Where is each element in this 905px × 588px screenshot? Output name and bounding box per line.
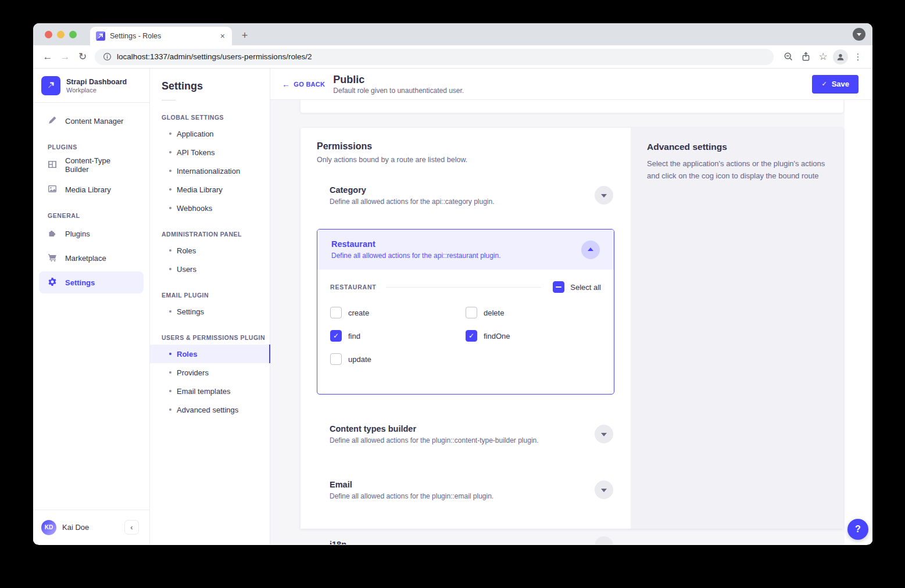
indeterminate-checkbox-icon[interactable] xyxy=(553,281,564,293)
subnav-item-internationalization[interactable]: Internationalization xyxy=(150,162,270,180)
collapse-sidebar-button[interactable]: ‹ xyxy=(124,520,139,535)
main-sidebar: Strapi Dashboard Workplace Content Manag… xyxy=(33,69,150,544)
accordion-restaurant-expanded: Restaurant Define all allowed actions fo… xyxy=(317,229,614,395)
checkbox-icon[interactable]: ✓ xyxy=(466,330,477,342)
strapi-favicon-icon xyxy=(96,31,105,41)
permission-checkbox-create[interactable]: ✓ create xyxy=(330,307,466,318)
browser-menu-icon[interactable]: ⋮ xyxy=(849,49,867,65)
collapse-restaurant-button[interactable] xyxy=(581,241,600,259)
subnav-item-webhooks[interactable]: Webhooks xyxy=(150,199,270,217)
page-title: Public xyxy=(333,74,464,85)
bullet-icon xyxy=(169,207,171,209)
bullet-icon xyxy=(169,310,171,313)
select-all-checkbox[interactable]: Select all xyxy=(553,281,601,293)
subnav-item-api-tokens[interactable]: API Tokens xyxy=(150,143,270,162)
checkbox-icon[interactable]: ✓ xyxy=(330,353,342,365)
page-subtitle: Default role given to unauthenticated us… xyxy=(333,87,464,95)
browser-window: Settings - Roles × + ← → ↻ localhost:133… xyxy=(33,23,872,545)
sidebar-item-content-type-builder[interactable]: Content-Type Builder xyxy=(39,154,144,176)
gear-icon xyxy=(48,277,57,288)
subnav-item-providers[interactable]: Providers xyxy=(150,363,270,382)
back-icon[interactable]: ← xyxy=(39,51,56,63)
close-window-button[interactable] xyxy=(45,31,52,38)
permission-checkbox-delete[interactable]: ✓ delete xyxy=(466,307,601,318)
address-bar[interactable]: localhost:1337/admin/settings/users-perm… xyxy=(95,49,774,65)
accordion-category[interactable]: Category Define all allowed actions for … xyxy=(317,179,614,211)
forward-icon[interactable]: → xyxy=(56,51,74,63)
settings-subnav: Settings GLOBAL SETTINGS Application API… xyxy=(150,69,270,544)
checkbox-icon[interactable]: ✓ xyxy=(330,307,342,318)
expand-content-types-builder-button[interactable] xyxy=(595,425,613,443)
save-button[interactable]: ✓ Save xyxy=(812,75,859,94)
site-info-icon[interactable] xyxy=(102,49,112,65)
browser-profile-avatar[interactable] xyxy=(832,49,849,65)
expand-email-button[interactable] xyxy=(595,481,613,499)
minimize-window-button[interactable] xyxy=(57,31,65,38)
bullet-icon xyxy=(169,268,171,270)
bookmark-star-icon[interactable]: ☆ xyxy=(814,49,832,65)
browser-tabstrip: Settings - Roles × + xyxy=(33,23,872,45)
chevron-down-icon xyxy=(601,489,607,492)
restaurant-group-label: RESTAURANT xyxy=(330,284,377,291)
user-avatar[interactable]: KD xyxy=(41,520,56,535)
chrome-menu-chevron-icon[interactable] xyxy=(853,28,865,41)
browser-toolbar: ← → ↻ localhost:1337/admin/settings/user… xyxy=(33,45,872,69)
expand-category-button[interactable] xyxy=(595,186,613,205)
puzzle-icon xyxy=(48,228,57,239)
permissions-subtitle: Only actions bound by a route are listed… xyxy=(317,156,614,164)
checkbox-icon[interactable]: ✓ xyxy=(330,330,342,342)
browser-tab[interactable]: Settings - Roles × xyxy=(90,27,232,45)
close-tab-icon[interactable]: × xyxy=(219,31,226,41)
subnav-group-email-plugin: EMAIL PLUGIN Settings xyxy=(150,292,270,321)
subnav-item-media-library[interactable]: Media Library xyxy=(150,180,270,199)
bullet-icon xyxy=(169,390,171,392)
chevron-up-icon xyxy=(588,248,593,251)
help-button[interactable]: ? xyxy=(847,519,868,540)
sidebar-item-settings[interactable]: Settings xyxy=(39,271,144,293)
scroll-area[interactable]: Permissions Only actions bound by a rout… xyxy=(270,100,872,544)
subnav-item-email-settings[interactable]: Settings xyxy=(150,302,270,321)
permission-checkbox-findone[interactable]: ✓ findOne xyxy=(466,330,601,342)
reload-icon[interactable]: ↻ xyxy=(74,51,91,63)
checkbox-icon[interactable]: ✓ xyxy=(466,307,477,318)
accordion-i18n[interactable]: i18n xyxy=(317,529,614,544)
chevron-down-icon xyxy=(601,194,607,198)
subnav-item-application[interactable]: Application xyxy=(150,124,270,143)
zoom-out-icon[interactable] xyxy=(779,49,797,65)
subnav-item-email-templates[interactable]: Email templates xyxy=(150,382,270,400)
sidebar-item-content-manager[interactable]: Content Manager xyxy=(39,110,144,132)
subnav-item-up-roles[interactable]: Roles xyxy=(150,345,270,363)
share-icon[interactable] xyxy=(797,49,814,65)
permission-checkbox-update[interactable]: ✓ update xyxy=(330,353,466,365)
url-text: localhost:1337/admin/settings/users-perm… xyxy=(117,52,312,61)
right-gutter xyxy=(845,100,872,544)
subnav-item-advanced-settings[interactable]: Advanced settings xyxy=(150,400,270,419)
accordion-content-types-builder[interactable]: Content types builder Define all allowed… xyxy=(317,418,614,450)
check-icon: ✓ xyxy=(821,80,827,88)
window-controls xyxy=(45,31,77,38)
expand-i18n-button[interactable] xyxy=(595,536,613,544)
new-tab-button[interactable]: + xyxy=(238,30,252,42)
sidebar-item-media-library[interactable]: Media Library xyxy=(39,178,144,200)
sidebar-item-plugins[interactable]: Plugins xyxy=(39,223,144,245)
accordion-email[interactable]: Email Define all allowed actions for the… xyxy=(317,474,614,506)
subnav-item-admin-roles[interactable]: Roles xyxy=(150,241,270,260)
brand-block[interactable]: Strapi Dashboard Workplace xyxy=(33,69,149,102)
subnav-title: Settings xyxy=(162,80,270,92)
bullet-icon xyxy=(169,249,171,252)
back-arrow-icon: ← xyxy=(282,80,290,89)
user-name: Kai Doe xyxy=(62,523,89,532)
subnav-item-admin-users[interactable]: Users xyxy=(150,260,270,278)
go-back-link[interactable]: ← GO BACK xyxy=(282,80,325,89)
advanced-settings-description: Select the application's actions or the … xyxy=(647,157,827,182)
accordion-restaurant-header[interactable]: Restaurant Define all allowed actions fo… xyxy=(317,230,614,270)
sidebar-footer: KD Kai Doe ‹ xyxy=(33,510,149,544)
subnav-group-global-settings: GLOBAL SETTINGS Application API Tokens I… xyxy=(150,114,270,217)
sidebar-heading-general: GENERAL xyxy=(48,212,149,219)
bullet-icon xyxy=(169,371,171,374)
permission-checkbox-find[interactable]: ✓ find xyxy=(330,330,466,342)
zoom-window-button[interactable] xyxy=(69,31,77,38)
sidebar-item-marketplace[interactable]: Marketplace xyxy=(39,247,144,269)
bullet-icon xyxy=(169,151,171,153)
main-content: ← GO BACK Public Default role given to u… xyxy=(270,69,872,544)
